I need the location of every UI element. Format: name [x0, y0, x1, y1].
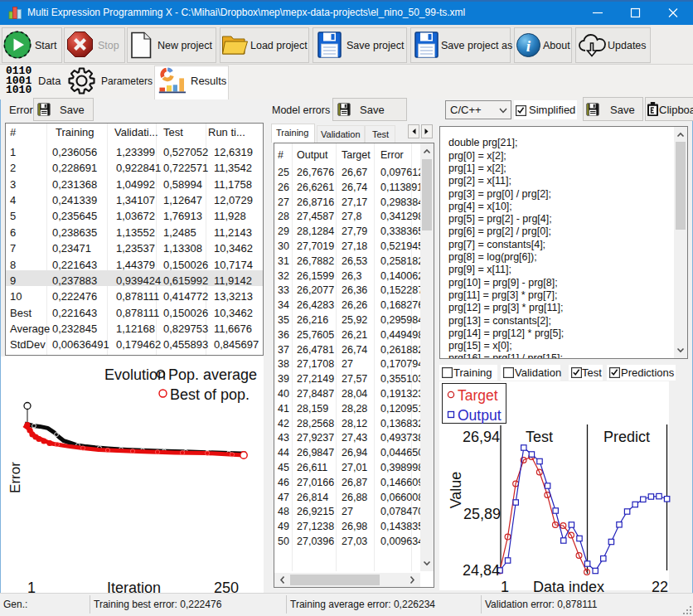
svg-text:i: i: [526, 37, 531, 55]
